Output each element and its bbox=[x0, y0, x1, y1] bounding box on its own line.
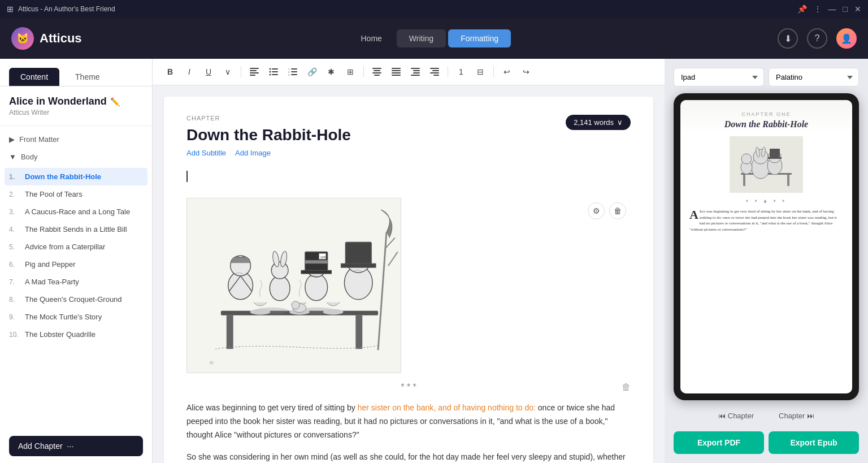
device-select[interactable]: Ipad Kindle Phone Desktop bbox=[674, 68, 764, 86]
alice-illustration: 10/6 bbox=[186, 198, 401, 373]
add-chapter-button[interactable]: Add Chapter ··· bbox=[9, 436, 143, 456]
align-right-btn[interactable] bbox=[426, 63, 443, 80]
underline-btn[interactable]: U bbox=[200, 63, 217, 80]
chapter-item[interactable]: 9. The Mock Turtle's Story bbox=[0, 308, 152, 326]
nav-home[interactable]: Home bbox=[348, 29, 394, 47]
export-buttons: Export PDF Export Epub bbox=[674, 431, 859, 454]
mad-hatter-svg: 10/6 bbox=[187, 198, 401, 373]
svg-point-49 bbox=[305, 274, 328, 301]
book-author: Atticus Writer bbox=[9, 109, 143, 116]
svg-rect-13 bbox=[291, 71, 297, 72]
add-subtitle-link[interactable]: Add Subtitle bbox=[186, 149, 226, 157]
align-center-btn[interactable] bbox=[368, 63, 385, 80]
chapter-num: 10. bbox=[9, 331, 20, 339]
chapter-item[interactable]: 7. A Mad Tea-Party bbox=[0, 273, 152, 291]
justify-btn[interactable] bbox=[388, 63, 405, 80]
chapter-name: The Lobster Quadrille bbox=[25, 330, 143, 339]
front-matter-section[interactable]: ▶ Front Matter bbox=[0, 131, 152, 148]
image-delete-btn[interactable]: 🗑 bbox=[609, 202, 626, 219]
redo-btn[interactable]: ↪ bbox=[518, 63, 535, 80]
add-chapter-more-icon: ··· bbox=[67, 442, 74, 451]
image-btn[interactable]: ⊞ bbox=[342, 63, 359, 80]
word-count-badge[interactable]: 2,141 words ∨ bbox=[566, 115, 631, 130]
svg-rect-35 bbox=[355, 315, 362, 349]
pin-icon[interactable]: 📌 bbox=[797, 5, 807, 14]
close-btn[interactable]: ✕ bbox=[854, 5, 861, 14]
scene-divider: * * * 🗑 bbox=[186, 382, 631, 392]
svg-rect-22 bbox=[392, 72, 401, 73]
chapter-item[interactable]: 3. A Caucus-Race and a Long Tale bbox=[0, 203, 152, 220]
help-btn[interactable]: ? bbox=[807, 28, 827, 49]
prev-chapter-icon: ⏮ bbox=[718, 412, 726, 420]
prev-chapter-btn[interactable]: ⏮ Chapter bbox=[709, 407, 763, 425]
chapter-item[interactable]: 1. Down the Rabbit-Hole bbox=[5, 168, 147, 185]
chapter-name: A Mad Tea-Party bbox=[25, 278, 143, 286]
svg-rect-27 bbox=[411, 75, 420, 76]
undo-btn[interactable]: ↩ bbox=[498, 63, 515, 80]
svg-point-71 bbox=[753, 149, 768, 164]
chapter-num: 8. bbox=[9, 296, 20, 304]
svg-rect-2 bbox=[250, 72, 259, 73]
chapter-item[interactable]: 6. Pig and Pepper bbox=[0, 256, 152, 273]
more-formats-btn[interactable]: ∨ bbox=[219, 63, 236, 80]
user-avatar[interactable]: 👤 bbox=[836, 28, 857, 49]
italic-btn[interactable]: I bbox=[181, 63, 198, 80]
svg-rect-3 bbox=[250, 75, 255, 76]
body-label: Body bbox=[21, 153, 38, 161]
link-btn[interactable]: 🔗 bbox=[303, 63, 320, 80]
word-count-chevron: ∨ bbox=[617, 118, 623, 127]
body-section[interactable]: ▼ Body bbox=[0, 148, 152, 166]
svg-rect-1 bbox=[250, 70, 257, 71]
bold-btn[interactable]: B bbox=[162, 63, 179, 80]
body-text-1[interactable]: Alice was beginning to get very tired of… bbox=[186, 401, 631, 442]
svg-rect-76 bbox=[770, 149, 780, 158]
next-chapter-btn[interactable]: Chapter ⏭ bbox=[770, 407, 823, 425]
chapter-item[interactable]: 2. The Pool of Tears bbox=[0, 185, 152, 203]
content-tab[interactable]: Content bbox=[9, 68, 59, 86]
nav-formatting[interactable]: Formatting bbox=[448, 29, 511, 47]
editor-content[interactable]: Chapter Down the Rabbit-Hole 2,141 words… bbox=[153, 85, 665, 463]
nav-writing[interactable]: Writing bbox=[397, 29, 446, 47]
export-epub-btn[interactable]: Export Epub bbox=[769, 431, 859, 454]
preview-book-page: Chapter One Down the Rabbit-Hole bbox=[680, 100, 852, 393]
svg-rect-20 bbox=[392, 68, 401, 69]
image-container: ⚙ 🗑 bbox=[186, 198, 631, 373]
edit-title-icon[interactable]: ✏️ bbox=[110, 97, 120, 106]
scene-delete-btn[interactable]: 🗑 bbox=[622, 382, 631, 392]
list-number-btn[interactable]: 1.2.3. bbox=[284, 63, 301, 80]
more-icon[interactable]: ⋮ bbox=[814, 5, 822, 14]
star-btn[interactable]: ✱ bbox=[323, 63, 340, 80]
svg-rect-0 bbox=[250, 68, 259, 69]
preview-nav: ⏮ Chapter Chapter ⏭ bbox=[674, 407, 859, 425]
image-settings-btn[interactable]: ⚙ bbox=[588, 202, 605, 219]
chapter-item[interactable]: 5. Advice from a Caterpillar bbox=[0, 238, 152, 256]
body-text-2[interactable]: So she was considering in her own mind (… bbox=[186, 451, 631, 463]
svg-rect-60 bbox=[345, 242, 371, 265]
download-btn[interactable]: ⬇ bbox=[778, 28, 798, 49]
chapter-item[interactable]: 8. The Queen's Croquet-Ground bbox=[0, 291, 152, 308]
list-bullet-btn[interactable] bbox=[265, 63, 282, 80]
columns-btn[interactable]: ⊟ bbox=[472, 63, 489, 80]
top-nav: 🐱 Atticus Home Writing Formatting ⬇ ? 👤 bbox=[0, 18, 868, 59]
editor-area: B I U ∨ 1.2.3. 🔗 ✱ ⊞ bbox=[153, 59, 665, 463]
maximize-btn[interactable]: □ bbox=[843, 5, 848, 14]
theme-tab[interactable]: Theme bbox=[64, 68, 111, 86]
sidebar: Content Theme Alice in Wonderland ✏️ Att… bbox=[0, 59, 153, 463]
chapter-item[interactable]: 10. The Lobster Quadrille bbox=[0, 326, 152, 343]
add-image-link[interactable]: Add Image bbox=[235, 149, 271, 157]
preview-chapter-title: Down the Rabbit-Hole bbox=[689, 119, 843, 129]
svg-rect-34 bbox=[227, 315, 233, 349]
book-info: Alice in Wonderland ✏️ Atticus Writer bbox=[0, 86, 152, 126]
chapter-title[interactable]: Down the Rabbit-Hole bbox=[186, 126, 351, 144]
subtitle-links: Add Subtitle Add Image bbox=[186, 149, 631, 157]
export-pdf-btn[interactable]: Export PDF bbox=[674, 431, 764, 454]
heading-btn[interactable]: 1 bbox=[453, 63, 470, 80]
font-select[interactable]: Palatino Georgia Times New Roman Arial bbox=[769, 68, 859, 86]
align-left-btn[interactable] bbox=[246, 63, 263, 80]
minimize-btn[interactable]: — bbox=[828, 5, 836, 14]
chapter-item[interactable]: 4. The Rabbit Sends in a Little Bill bbox=[0, 220, 152, 238]
svg-rect-30 bbox=[430, 72, 439, 73]
chapter-num: 5. bbox=[9, 243, 20, 251]
indent-btn[interactable] bbox=[407, 63, 424, 80]
svg-point-57 bbox=[292, 301, 300, 309]
